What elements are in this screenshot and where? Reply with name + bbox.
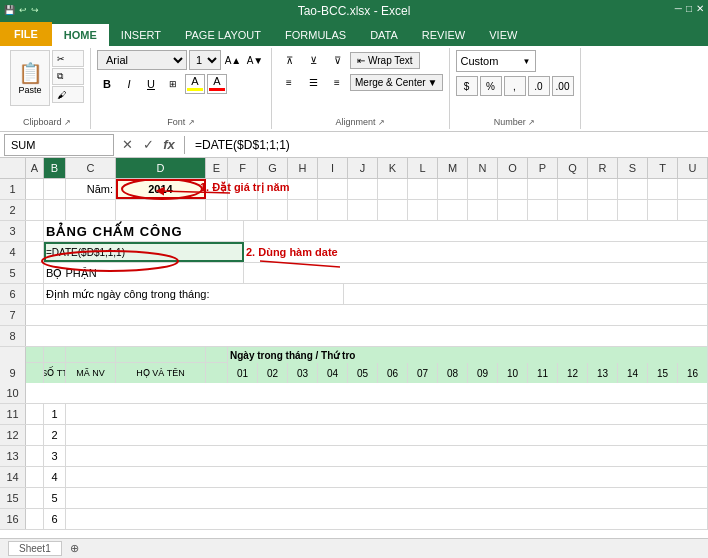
number-expand-icon[interactable]: ↗: [528, 118, 535, 127]
cell-F9[interactable]: 01: [228, 363, 258, 383]
cell-C2[interactable]: [66, 200, 116, 220]
clipboard-expand-icon[interactable]: ↗: [64, 118, 71, 127]
cell-D2[interactable]: [116, 200, 206, 220]
cell-S1[interactable]: [618, 179, 648, 199]
alignment-expand-icon[interactable]: ↗: [378, 118, 385, 127]
cell-L1[interactable]: [408, 179, 438, 199]
col-header-J[interactable]: J: [348, 158, 378, 178]
border-button[interactable]: ⊞: [163, 74, 183, 94]
tab-pagelayout[interactable]: PAGE LAYOUT: [173, 24, 273, 46]
cell-M9[interactable]: 08: [438, 363, 468, 383]
comma-button[interactable]: ,: [504, 76, 526, 96]
cell-N9[interactable]: 09: [468, 363, 498, 383]
tab-home[interactable]: HOME: [52, 24, 109, 46]
cell-K2[interactable]: [378, 200, 408, 220]
cell-B2[interactable]: [44, 200, 66, 220]
cell-A5[interactable]: [26, 263, 44, 283]
col-header-I[interactable]: I: [318, 158, 348, 178]
cell-O2[interactable]: [498, 200, 528, 220]
cell-N1[interactable]: [468, 179, 498, 199]
tab-file[interactable]: FILE: [0, 22, 52, 46]
cell-J2[interactable]: [348, 200, 378, 220]
cell-T2[interactable]: [648, 200, 678, 220]
col-header-L[interactable]: L: [408, 158, 438, 178]
col-header-N[interactable]: N: [468, 158, 498, 178]
col-header-A[interactable]: A: [26, 158, 44, 178]
cell-U2[interactable]: [678, 200, 708, 220]
cancel-formula-button[interactable]: ✕: [118, 137, 136, 152]
cell-D1[interactable]: 2014: [116, 179, 206, 199]
currency-button[interactable]: $: [456, 76, 478, 96]
fill-color-button[interactable]: A: [185, 74, 205, 94]
cell-N2[interactable]: [468, 200, 498, 220]
cell-G2[interactable]: [258, 200, 288, 220]
cell-U1[interactable]: [678, 179, 708, 199]
cell-U9[interactable]: 16: [678, 363, 708, 383]
col-header-K[interactable]: K: [378, 158, 408, 178]
cell-B16[interactable]: 6: [44, 509, 66, 529]
close-btn[interactable]: ✕: [696, 2, 704, 16]
number-format-box[interactable]: Custom ▼: [456, 50, 536, 72]
underline-button[interactable]: U: [141, 74, 161, 94]
cell-C1[interactable]: Năm:: [66, 179, 116, 199]
cell-I1[interactable]: [318, 179, 348, 199]
col-header-R[interactable]: R: [588, 158, 618, 178]
cell-Q1[interactable]: [558, 179, 588, 199]
col-header-M[interactable]: M: [438, 158, 468, 178]
cell-P9[interactable]: 11: [528, 363, 558, 383]
cell-L9[interactable]: 07: [408, 363, 438, 383]
cell-A6[interactable]: [26, 284, 44, 304]
align-top-right-button[interactable]: ⊽: [326, 50, 348, 70]
fx-button[interactable]: fx: [160, 137, 178, 152]
col-header-U[interactable]: U: [678, 158, 708, 178]
align-top-center-button[interactable]: ⊻: [302, 50, 324, 70]
col-header-Q[interactable]: Q: [558, 158, 588, 178]
decrease-decimal-button[interactable]: .00: [552, 76, 574, 96]
cell-A4[interactable]: [26, 242, 44, 262]
align-center-button[interactable]: ☰: [302, 72, 324, 92]
cell-M2[interactable]: [438, 200, 468, 220]
font-size-select[interactable]: 12: [189, 50, 221, 70]
cell-B5[interactable]: BỘ PHẬN: [44, 263, 244, 283]
col-header-G[interactable]: G: [258, 158, 288, 178]
format-painter-button[interactable]: 🖌: [52, 86, 84, 103]
cell-T9[interactable]: 15: [648, 363, 678, 383]
wrap-text-button[interactable]: ⇤ Wrap Text: [350, 52, 420, 69]
cell-E9[interactable]: [206, 363, 228, 383]
cell-A12[interactable]: [26, 425, 44, 445]
merge-center-button[interactable]: Merge & Center ▼: [350, 74, 443, 91]
cell-A11[interactable]: [26, 404, 44, 424]
cell-A9[interactable]: [26, 363, 44, 383]
cell-F1[interactable]: [228, 179, 258, 199]
cell-K1[interactable]: [378, 179, 408, 199]
col-header-B[interactable]: B: [44, 158, 66, 178]
tab-insert[interactable]: INSERT: [109, 24, 173, 46]
cell-H9[interactable]: 03: [288, 363, 318, 383]
col-header-P[interactable]: P: [528, 158, 558, 178]
col-header-S[interactable]: S: [618, 158, 648, 178]
confirm-formula-button[interactable]: ✓: [139, 137, 157, 152]
cell-P2[interactable]: [528, 200, 558, 220]
cell-P1[interactable]: [528, 179, 558, 199]
align-left-button[interactable]: ≡: [278, 72, 300, 92]
name-box[interactable]: [4, 134, 114, 156]
cell-T1[interactable]: [648, 179, 678, 199]
cell-A15[interactable]: [26, 488, 44, 508]
cell-O9[interactable]: 10: [498, 363, 528, 383]
cell-F2[interactable]: [228, 200, 258, 220]
copy-button[interactable]: ⧉: [52, 68, 84, 85]
cell-S9[interactable]: 14: [618, 363, 648, 383]
cell-J9[interactable]: 05: [348, 363, 378, 383]
cell-Q2[interactable]: [558, 200, 588, 220]
merge-dropdown-icon[interactable]: ▼: [428, 77, 438, 88]
decrease-font-btn[interactable]: A▼: [245, 50, 265, 70]
cell-B14[interactable]: 4: [44, 467, 66, 487]
cell-B4[interactable]: =DATE($D$1;1;1): [44, 242, 244, 262]
cell-M1[interactable]: [438, 179, 468, 199]
col-header-C[interactable]: C: [66, 158, 116, 178]
cell-E2[interactable]: [206, 200, 228, 220]
font-name-select[interactable]: Arial: [97, 50, 187, 70]
increase-font-btn[interactable]: A▲: [223, 50, 243, 70]
bold-button[interactable]: B: [97, 74, 117, 94]
cell-B13[interactable]: 3: [44, 446, 66, 466]
